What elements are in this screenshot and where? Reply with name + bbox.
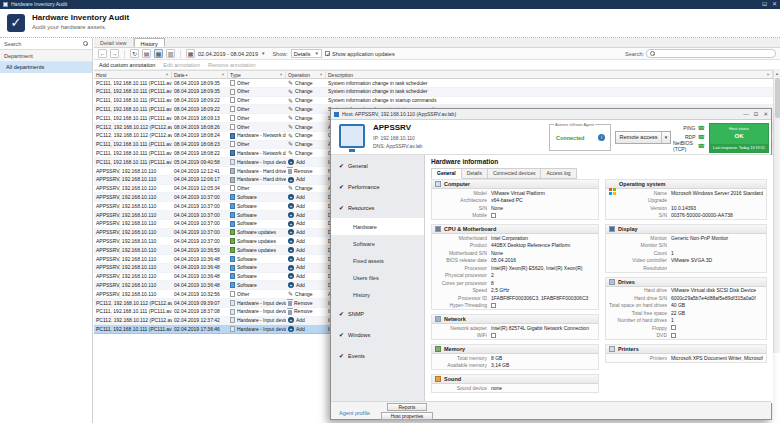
host-properties-button[interactable]: Host properties xyxy=(381,412,433,420)
software-icon xyxy=(230,212,235,218)
filter-funnel-icon[interactable]: ▼ xyxy=(766,71,770,78)
nav-item-windows[interactable]: ✔Windows xyxy=(331,324,424,345)
remote-access-button[interactable]: Remote access ▼ xyxy=(615,131,671,144)
field-label: Product xyxy=(435,242,487,248)
table-scrollbar[interactable]: ▲ xyxy=(773,70,780,353)
day-view-icon[interactable]: ▤ xyxy=(142,49,151,58)
printer-icon xyxy=(609,346,615,352)
cell-host: APPSSRV, 192.168.10.110 xyxy=(94,255,172,263)
column-header-operation[interactable]: Operation▼ xyxy=(286,71,326,78)
restore-icon[interactable]: ⊡ xyxy=(754,111,759,117)
column-header-host[interactable]: Host▼ xyxy=(94,71,172,78)
section-network: NetworkNetwork adapterIntel(R) 82574L Gi… xyxy=(431,314,599,340)
field-label: Available memory xyxy=(435,362,487,368)
month-view-icon[interactable]: ▥ xyxy=(166,49,175,58)
nav-item-software[interactable]: Software xyxy=(331,235,424,252)
field-label: S/N xyxy=(435,205,487,211)
checkbox-icon[interactable] xyxy=(491,213,496,218)
nav-item-events[interactable]: ✔Events xyxy=(331,345,424,366)
reports-button[interactable]: Reports xyxy=(387,403,427,411)
filter-funnel-icon[interactable]: ▼ xyxy=(221,71,225,78)
close-icon[interactable]: ✕ xyxy=(763,111,768,117)
checkbox-icon[interactable] xyxy=(491,333,496,338)
add-annotation-link[interactable]: Add custom annotation xyxy=(99,62,155,68)
field-value: Intel(R) 82574L Gigabit Network Connecti… xyxy=(491,325,595,331)
filter-funnel-icon[interactable]: ▼ xyxy=(165,71,169,78)
host-window-titlebar[interactable]: Host: APPSSRV, 192.168.10.110 (AppSSRV.a… xyxy=(331,109,771,120)
scroll-up-icon[interactable]: ▲ xyxy=(774,70,780,77)
nav-item-snmp[interactable]: ✔SNMP xyxy=(331,303,424,324)
tab-general[interactable]: General xyxy=(431,168,462,179)
sidebar-item-all-departments[interactable]: All departments xyxy=(0,62,92,73)
checkbox-icon[interactable] xyxy=(671,325,676,330)
search-icon xyxy=(650,51,655,56)
tab-access-log[interactable]: Access log xyxy=(541,168,576,179)
nav-item-general[interactable]: ✔General xyxy=(331,155,424,176)
network-icon xyxy=(435,316,441,322)
checkbox-icon[interactable] xyxy=(671,333,676,338)
calendar-icon[interactable]: ▦ xyxy=(186,49,195,58)
tab-history[interactable]: History xyxy=(134,38,165,47)
column-header-description[interactable]: Description▼ xyxy=(326,71,773,78)
agent-profile-link[interactable]: Agent profile xyxy=(339,410,370,416)
cell-operation: ✎Change xyxy=(286,132,326,140)
date-range[interactable]: 02.04.2019 - 08.04.2019 xyxy=(198,51,258,57)
column-header-type[interactable]: Type▼ xyxy=(228,71,286,78)
field-row: S/NNone xyxy=(432,204,598,212)
cell-host: PC112, 192.168.10.112 (PC112.av.lab) xyxy=(94,317,172,325)
checkbox-icon[interactable] xyxy=(491,303,496,308)
restore-icon[interactable]: ⊡ xyxy=(762,0,767,9)
phone-icon[interactable]: ☎ xyxy=(698,124,705,132)
search-input[interactable] xyxy=(646,49,776,58)
cell-host: APPSSRV, 192.168.10.110 xyxy=(94,202,172,210)
table-row[interactable]: PC111, 192.168.10.111 (PC111.av.lab)08.0… xyxy=(94,79,773,88)
nav-item-label: Performance xyxy=(348,184,380,190)
chevron-down-icon[interactable]: ▼ xyxy=(661,132,670,143)
table-row[interactable]: PC111, 192.168.10.111 (PC111.av.lab)08.0… xyxy=(94,88,773,97)
cell-type: Hardware - Hard drive xyxy=(228,167,286,175)
close-icon[interactable]: ✕ xyxy=(772,0,777,9)
page-subtitle: Audit your hardware assets. xyxy=(32,24,106,30)
tab-details[interactable]: Details xyxy=(462,168,488,179)
tab-connected-devices[interactable]: Connected devices xyxy=(488,168,542,179)
nav-item-users-files[interactable]: Users files xyxy=(331,269,424,286)
forward-arrow-icon[interactable]: → xyxy=(110,49,119,58)
phone-icon[interactable]: ☎ xyxy=(698,142,705,150)
refresh-icon[interactable]: ↻ xyxy=(130,49,139,58)
week-view-icon[interactable]: ▦ xyxy=(154,49,163,58)
nav-item-hardware[interactable]: Hardware xyxy=(331,218,424,235)
show-application-updates-checkbox[interactable]: Show application updates xyxy=(325,51,395,57)
chevron-down-icon[interactable]: ▼ xyxy=(261,51,265,56)
section-title: Network xyxy=(444,316,466,322)
info-icon[interactable]: i xyxy=(598,134,605,141)
filter-funnel-icon[interactable]: ▼ xyxy=(279,71,283,78)
type-label: Hardware - Input device xyxy=(237,158,286,166)
nav-item-label: Windows xyxy=(348,332,370,338)
nav-item-performance[interactable]: ✔Performance xyxy=(331,176,424,197)
host-dns: DNS: AppSSRV.av.lab xyxy=(373,143,422,149)
filter-funnel-icon[interactable]: ▼ xyxy=(319,71,323,78)
nav-item-history[interactable]: History xyxy=(331,286,424,303)
nav-item-resources[interactable]: ✔Resources xyxy=(331,197,424,218)
edit-annotation-link[interactable]: Edit annotation xyxy=(163,62,200,68)
cell-date: 08.04.2019 18:09:35 xyxy=(172,79,228,87)
tab-detail-view[interactable]: Detail view xyxy=(94,38,134,47)
cell-operation: Remove xyxy=(286,299,326,307)
minimize-icon[interactable]: — xyxy=(743,111,749,117)
scrollbar-thumb[interactable] xyxy=(775,78,780,118)
column-header-date[interactable]: Date▴▼ xyxy=(172,71,228,78)
field-label: Sound device xyxy=(435,385,487,391)
show-details-select[interactable]: Details ▼ xyxy=(291,49,322,58)
sidebar-department-header[interactable]: Department xyxy=(0,50,92,62)
phone-icon[interactable]: ☎ xyxy=(698,133,705,141)
screen: Hardware Inventory Audit ⊡ ✕ ✓ Hardware … xyxy=(0,0,780,423)
section-operating-system: Operating systemNameMicrosoft Windows Se… xyxy=(605,179,767,220)
sidebar-search-input[interactable]: Search xyxy=(0,38,92,50)
remove-annotation-link[interactable]: Remove annotation xyxy=(208,62,256,68)
back-arrow-icon[interactable]: ← xyxy=(98,49,107,58)
nav-item-fixed-assets[interactable]: Fixed assets xyxy=(331,252,424,269)
nav-item-label: History xyxy=(353,292,370,298)
add-circle-icon: + xyxy=(288,256,294,262)
table-row[interactable]: PC111, 192.168.10.111 (PC111.av.lab)08.0… xyxy=(94,97,773,106)
field-value: None xyxy=(491,250,595,256)
